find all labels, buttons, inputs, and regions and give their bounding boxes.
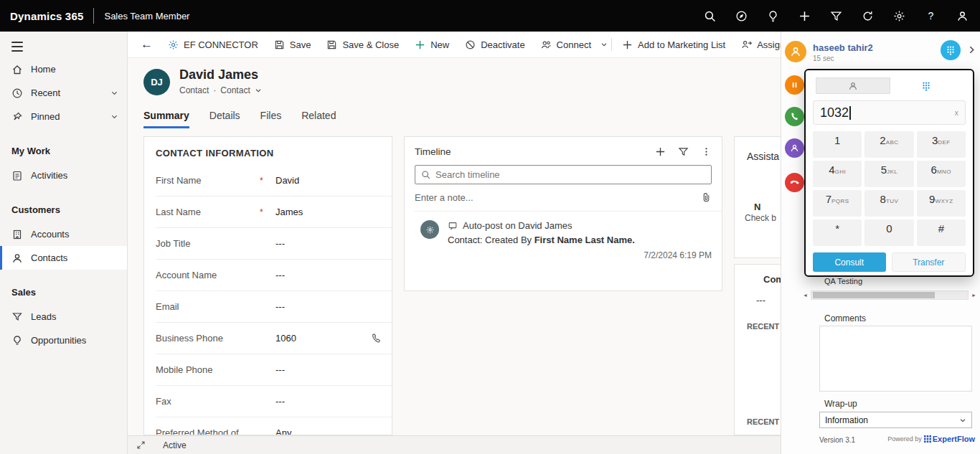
sidebar-item-label: Activities (31, 170, 67, 181)
dialpad-key-9[interactable]: 9WXYZ (917, 190, 966, 217)
agent-avatar (785, 41, 806, 62)
scrollbar-track[interactable] (811, 290, 969, 300)
clear-input-icon[interactable]: x (955, 108, 959, 117)
hamburger-icon[interactable] (11, 42, 23, 52)
more-options-icon[interactable] (701, 146, 712, 157)
chevron-down-icon[interactable] (255, 87, 262, 94)
scroll-right-arrow[interactable]: ► (971, 293, 976, 298)
caller-name[interactable]: haseeb tahir2 (813, 42, 873, 53)
filter-icon[interactable] (830, 10, 842, 22)
tab-contacts-directory[interactable] (816, 77, 890, 94)
dialpad-key-3[interactable]: 3DEF (917, 131, 966, 158)
dialpad-key-2[interactable]: 2ABC (864, 131, 913, 158)
horizontal-scrollbar[interactable]: ◄ ► (803, 290, 976, 301)
note-entry-row[interactable]: Enter a note... (415, 184, 722, 212)
wrapup-selected-value: Information (825, 415, 868, 425)
connect-button[interactable]: Connect (533, 32, 599, 57)
chevron-down-icon[interactable] (110, 113, 118, 120)
sidebar-item-home[interactable]: Home (0, 57, 127, 81)
field-value[interactable]: 1060 (275, 333, 296, 344)
dialpad-key-hash[interactable]: # (917, 219, 966, 246)
hold-call-button[interactable] (785, 75, 804, 95)
wrapup-select[interactable]: Information (819, 412, 972, 428)
expand-icon[interactable] (136, 440, 146, 450)
save-close-button[interactable]: Save & Close (319, 32, 407, 57)
opportunities-icon (11, 335, 23, 346)
dialpad-key-7[interactable]: 7PQRS (813, 190, 862, 217)
deactivate-button[interactable]: Deactivate (457, 32, 532, 57)
app-brand[interactable]: Dynamics 365 (10, 10, 83, 22)
dialpad-key-5[interactable]: 5JKL (864, 161, 913, 187)
sync-icon[interactable] (862, 10, 874, 22)
sidebar-item-recent[interactable]: Recent (0, 81, 127, 105)
record-avatar: DJ (143, 69, 170, 95)
dialpad-key-6[interactable]: 6MNO (917, 161, 966, 187)
dialpad-key-star[interactable]: * (813, 219, 862, 246)
paperclip-icon[interactable] (701, 192, 712, 203)
add-note-icon[interactable] (655, 146, 666, 157)
plus-icon[interactable] (798, 10, 811, 22)
sidebar-item-opportunities[interactable]: Opportunities (0, 328, 127, 352)
tab-related[interactable]: Related (301, 110, 336, 128)
sidebar-item-label: Contacts (31, 252, 67, 263)
dialer-tabs (816, 77, 963, 94)
ef-connector-button[interactable]: EF CONNECTOR (160, 32, 266, 57)
filter-icon[interactable] (678, 146, 689, 157)
tab-details[interactable]: Details (209, 110, 240, 128)
panel-collapse-icon[interactable] (967, 45, 976, 55)
scroll-left-arrow[interactable]: ◄ (803, 293, 808, 298)
sidebar-item-contacts[interactable]: Contacts (0, 246, 127, 270)
save-button[interactable]: Save (266, 32, 319, 57)
consult-button[interactable]: Consult (813, 252, 886, 272)
sidebar-item-leads[interactable]: Leads (0, 305, 127, 328)
field-value[interactable]: James (275, 207, 303, 217)
tab-dialpad[interactable] (890, 77, 963, 94)
back-arrow-icon[interactable]: ← (133, 37, 160, 52)
compass-icon[interactable] (735, 10, 748, 22)
phone-icon[interactable] (371, 333, 382, 344)
related-card-value: --- (756, 295, 765, 306)
field-value[interactable]: --- (275, 270, 285, 280)
field-value[interactable]: David (275, 175, 299, 186)
leads-icon (11, 311, 23, 323)
search-icon[interactable] (704, 10, 716, 22)
active-call-button[interactable] (785, 107, 804, 126)
field-value[interactable]: --- (275, 396, 285, 407)
field-value[interactable]: --- (275, 238, 285, 249)
help-icon[interactable]: ? (925, 10, 937, 22)
tab-summary[interactable]: Summary (143, 110, 189, 128)
sidebar-item-pinned[interactable]: Pinned (0, 105, 127, 128)
add-to-marketing-list-button[interactable]: Add to Marketing List (614, 32, 733, 57)
field-value[interactable]: Any (275, 427, 291, 435)
chevron-down-icon[interactable] (110, 89, 118, 97)
dialpad-key-0[interactable]: 0 (864, 219, 913, 246)
sidebar-item-activities[interactable]: Activities (0, 164, 127, 187)
dialpad-key-4[interactable]: 4GHI (813, 161, 862, 187)
comments-textarea[interactable] (819, 326, 972, 392)
settings-gear-icon[interactable] (893, 10, 905, 22)
field-value[interactable]: --- (275, 364, 285, 375)
timeline-search-input[interactable] (435, 169, 705, 180)
transfer-button[interactable]: Transfer (892, 252, 966, 272)
dialpad-key-1[interactable]: 1 (813, 131, 862, 158)
sidebar-item-accounts[interactable]: Accounts (0, 222, 127, 246)
chevron-down-icon[interactable] (600, 41, 608, 48)
new-button[interactable]: New (407, 32, 457, 57)
field-row-mobile-phone: Mobile Phone --- (156, 354, 392, 386)
dialpad-toggle-button[interactable] (941, 40, 961, 60)
post-body: Contact: Created By First Name Last Name… (448, 235, 712, 245)
field-value[interactable]: --- (275, 301, 285, 312)
scrollbar-thumb[interactable] (813, 292, 935, 298)
account-icon[interactable] (956, 10, 969, 22)
participants-button[interactable] (785, 138, 804, 158)
tab-files[interactable]: Files (260, 110, 282, 128)
accounts-icon (11, 229, 23, 240)
dialer-number-input[interactable]: 1032 x (813, 100, 966, 125)
end-call-button[interactable] (785, 173, 804, 192)
record-form-name[interactable]: Contact (220, 85, 250, 95)
site-map-sidebar: Home Recent Pinned My Work Activities Cu… (0, 32, 128, 454)
app-name[interactable]: Sales Team Member (104, 11, 189, 22)
recent-section-label: RECENT (747, 417, 779, 426)
dialpad-key-8[interactable]: 8TUV (864, 190, 913, 217)
lightbulb-icon[interactable] (767, 10, 779, 22)
